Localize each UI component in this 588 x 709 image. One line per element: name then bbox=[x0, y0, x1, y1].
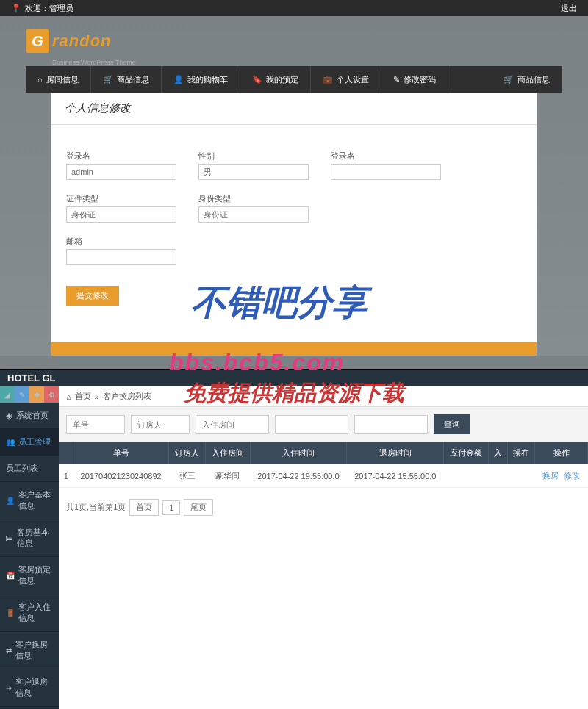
sidebar-item-change[interactable]: ⇄客户换房信息 bbox=[0, 632, 59, 669]
pagination-page-1[interactable]: 1 bbox=[162, 500, 180, 515]
th-room: 入住房间 bbox=[205, 442, 250, 464]
cart-icon: 🛒 bbox=[103, 75, 113, 84]
logo-text: randon bbox=[52, 32, 112, 51]
tag-icon: 🔖 bbox=[252, 75, 262, 84]
pagination-last[interactable]: 尾页 bbox=[184, 499, 213, 516]
cell-checkin: 2017-04-22 19:55:00.0 bbox=[250, 464, 347, 488]
pin-icon: 📍 bbox=[11, 4, 21, 12]
op-edit[interactable]: 修改 bbox=[564, 471, 580, 480]
pagination-first[interactable]: 首页 bbox=[129, 499, 159, 516]
briefcase-icon: 💼 bbox=[323, 75, 333, 84]
mini-icon-row: ◢ ✎ ❖ ⚙ bbox=[0, 386, 59, 403]
home-icon: ⌂ bbox=[37, 75, 43, 84]
sidebar-item-checkin[interactable]: 🚪客户入住信息 bbox=[0, 594, 59, 632]
cert-type-label: 证件类型 bbox=[66, 193, 176, 204]
cert-type-input[interactable] bbox=[66, 206, 176, 223]
cell-a bbox=[489, 464, 508, 488]
sidebar-item-room[interactable]: 🛏客房基本信息 bbox=[0, 519, 59, 557]
pagination-info: 共1页,当前第1页 bbox=[66, 502, 126, 513]
nav-product-info-right[interactable]: 🛒商品信息 bbox=[492, 66, 562, 93]
cell-idx: 1 bbox=[59, 464, 73, 488]
id-type-input[interactable] bbox=[198, 206, 309, 223]
user-icon: 👤 bbox=[6, 497, 15, 505]
mini-icon-2[interactable]: ✎ bbox=[15, 386, 29, 403]
search-order-input[interactable] bbox=[66, 415, 125, 434]
breadcrumb-home[interactable]: 首页 bbox=[75, 391, 91, 402]
cell-b bbox=[507, 464, 534, 488]
cell-checkout: 2017-04-22 15:55:00.0 bbox=[347, 464, 444, 488]
th-checkin: 入住时间 bbox=[250, 442, 347, 464]
sidebar-item-staff-list[interactable]: 员工列表 bbox=[0, 456, 59, 482]
th-ops: 操作 bbox=[535, 442, 588, 464]
orange-divider bbox=[51, 342, 537, 356]
dashboard-icon: ◉ bbox=[6, 411, 12, 420]
cart-icon: 🛒 bbox=[503, 75, 514, 84]
search-person-input[interactable] bbox=[131, 415, 190, 434]
login2-input[interactable] bbox=[331, 164, 441, 180]
login-input[interactable] bbox=[66, 164, 176, 180]
mini-icon-4[interactable]: ⚙ bbox=[44, 386, 59, 403]
search-room-input[interactable] bbox=[196, 415, 269, 434]
pencil-icon: ✎ bbox=[393, 75, 400, 84]
hotel-brand-bar: HOTEL GL bbox=[0, 370, 588, 386]
op-change-room[interactable]: 换房 bbox=[542, 471, 559, 480]
submit-button[interactable]: 提交修改 bbox=[66, 286, 119, 306]
hotel-admin: ◢ ✎ ❖ ⚙ ◉系统首页 👥员工管理 员工列表 👤客户基本信息 🛏客房基本信息… bbox=[0, 386, 588, 709]
search-extra-input-1[interactable] bbox=[275, 415, 348, 434]
sidebar-item-home[interactable]: ◉系统首页 bbox=[0, 403, 59, 429]
th-a: 入 bbox=[489, 442, 508, 464]
th-checkout: 退房时间 bbox=[347, 442, 444, 464]
main-nav: ⌂房间信息 🛒商品信息 👤我的购物车 🔖我的预定 💼个人设置 ✎修改密码 🛒商品… bbox=[26, 66, 562, 93]
table-header-row: 单号 订房人 入住房间 入住时间 退房时间 应付金额 入 操在 操作 bbox=[59, 442, 588, 464]
logout-link[interactable]: 退出 bbox=[561, 3, 577, 14]
logo: G randon bbox=[26, 29, 562, 60]
nav-password[interactable]: ✎修改密码 bbox=[381, 66, 448, 93]
sidebar-item-booking[interactable]: 📅客房预定信息 bbox=[0, 557, 59, 594]
calendar-icon: 📅 bbox=[6, 572, 15, 580]
page-title: 个人信息修改 bbox=[51, 93, 537, 125]
table-row: 1 201704021230240892 张三 豪华间 2017-04-22 1… bbox=[59, 464, 588, 488]
pagination: 共1页,当前第1页 首页 1 尾页 bbox=[59, 488, 588, 527]
logo-g-icon: G bbox=[26, 29, 49, 53]
nav-product-info[interactable]: 🛒商品信息 bbox=[91, 66, 162, 93]
logo-subtitle: Business WordPress Theme bbox=[52, 59, 562, 66]
sidebar: ◢ ✎ ❖ ⚙ ◉系统首页 👥员工管理 员工列表 👤客户基本信息 🛏客房基本信息… bbox=[0, 386, 59, 709]
welcome-text: 📍欢迎：管理员 bbox=[11, 3, 74, 14]
sidebar-item-customer[interactable]: 👤客户基本信息 bbox=[0, 482, 59, 519]
search-extra-input-2[interactable] bbox=[354, 415, 428, 434]
sex-input[interactable] bbox=[198, 164, 309, 180]
content-panel: 个人信息修改 登录名 性别 登录名 证件类型 bbox=[51, 93, 537, 342]
mini-icon-3[interactable]: ❖ bbox=[29, 386, 44, 403]
search-button[interactable]: 查询 bbox=[434, 414, 470, 434]
cell-person: 张三 bbox=[169, 464, 205, 488]
user-icon: 👤 bbox=[173, 75, 184, 84]
nav-profile[interactable]: 💼个人设置 bbox=[311, 66, 381, 93]
email-input[interactable] bbox=[66, 249, 176, 265]
data-table: 单号 订房人 入住房间 入住时间 退房时间 应付金额 入 操在 操作 1 201… bbox=[59, 442, 588, 488]
nav-room-info[interactable]: ⌂房间信息 bbox=[26, 66, 91, 93]
login-label: 登录名 bbox=[66, 151, 176, 162]
swap-icon: ⇄ bbox=[6, 647, 12, 655]
nav-my-cart[interactable]: 👤我的购物车 bbox=[162, 66, 240, 93]
profile-form: 登录名 性别 登录名 证件类型 身份类型 bbox=[51, 125, 537, 320]
sidebar-item-staff-mgmt[interactable]: 👥员工管理 bbox=[0, 429, 59, 456]
mini-icon-1[interactable]: ◢ bbox=[0, 386, 15, 403]
th-person: 订房人 bbox=[169, 442, 205, 464]
top-bar: 📍欢迎：管理员 退出 bbox=[0, 0, 588, 16]
th-amount: 应付金额 bbox=[444, 442, 489, 464]
cell-room: 豪华间 bbox=[205, 464, 250, 488]
th-idx bbox=[59, 442, 73, 464]
search-bar: 查询 bbox=[59, 407, 588, 442]
th-b: 操在 bbox=[507, 442, 534, 464]
cell-order: 201704021230240892 bbox=[73, 464, 169, 488]
cell-amount bbox=[444, 464, 489, 488]
sidebar-item-checkout[interactable]: ➔客户退房信息 bbox=[0, 669, 59, 707]
nav-my-booking[interactable]: 🔖我的预定 bbox=[240, 66, 311, 93]
sex-label: 性别 bbox=[198, 151, 309, 162]
gray-footer bbox=[0, 356, 588, 369]
exit-icon: ➔ bbox=[6, 684, 12, 692]
cell-ops: 换房 修改 bbox=[535, 464, 588, 488]
breadcrumb-current: 客户换房列表 bbox=[103, 391, 151, 402]
breadcrumb: ⌂ 首页 » 客户换房列表 bbox=[59, 386, 588, 407]
email-label: 邮箱 bbox=[66, 236, 176, 247]
